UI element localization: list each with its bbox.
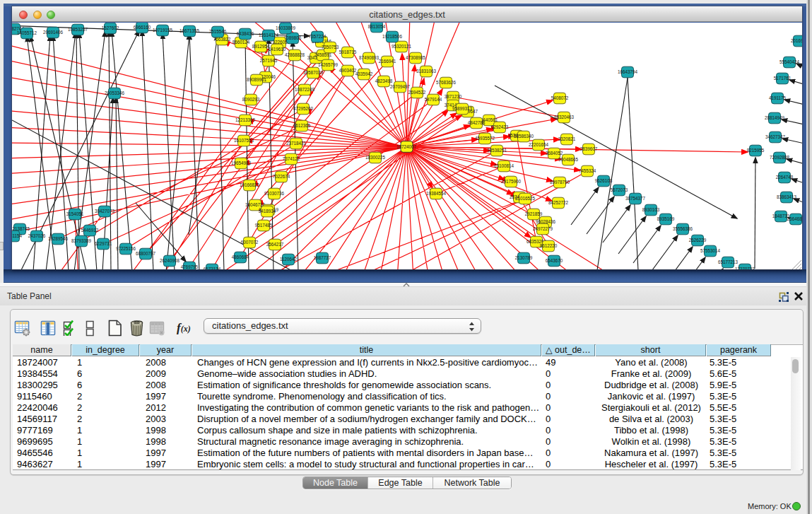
svg-text:26240908: 26240908	[160, 258, 180, 263]
svg-text:90048665: 90048665	[558, 157, 579, 162]
svg-text:5672073: 5672073	[611, 187, 628, 192]
svg-text:4191175: 4191175	[769, 95, 787, 100]
svg-text:5171761: 5171761	[774, 76, 792, 81]
svg-text:3564217: 3564217	[266, 242, 284, 247]
svg-text:22201654: 22201654	[529, 142, 549, 147]
svg-text:2571945: 2571945	[260, 58, 278, 63]
svg-text:19289546: 19289546	[48, 236, 69, 241]
svg-text:63100814: 63100814	[494, 163, 514, 168]
svg-text:7515546: 7515546	[209, 29, 227, 34]
svg-text:16671355: 16671355	[180, 28, 200, 33]
svg-text:20053346: 20053346	[105, 90, 125, 95]
svg-text:3871230: 3871230	[445, 94, 462, 99]
svg-text:6292423: 6292423	[491, 124, 509, 129]
svg-text:34627347: 34627347	[765, 134, 786, 139]
svg-text:20691406: 20691406	[43, 30, 64, 35]
svg-text:81016525: 81016525	[515, 196, 536, 201]
svg-text:7089806: 7089806	[284, 35, 302, 40]
svg-text:16643794: 16643794	[618, 69, 638, 74]
svg-text:97225156: 97225156	[116, 246, 136, 251]
svg-text:88320463: 88320463	[554, 115, 575, 119]
svg-text:8215955: 8215955	[747, 148, 765, 153]
svg-text:65177213: 65177213	[718, 259, 739, 264]
svg-text:6966160: 6966160	[134, 25, 151, 30]
svg-text:83793389: 83793389	[71, 238, 92, 243]
svg-text:12614124: 12614124	[259, 33, 279, 37]
svg-text:19654983: 19654983	[231, 160, 252, 165]
svg-text:17270733: 17270733	[735, 267, 755, 269]
svg-text:95899313: 95899313	[452, 106, 473, 111]
svg-text:10853257: 10853257	[68, 27, 88, 32]
svg-text:39587039: 39587039	[303, 70, 324, 75]
svg-text:57683626: 57683626	[436, 80, 457, 85]
svg-text:5041154: 5041154	[12, 233, 23, 238]
svg-text:19166825: 19166825	[240, 182, 260, 187]
svg-text:5918715: 5918715	[339, 49, 357, 54]
svg-text:87490893: 87490893	[359, 55, 379, 60]
svg-text:14055712: 14055712	[17, 30, 37, 35]
svg-text:4823498: 4823498	[375, 78, 393, 83]
svg-text:2130789: 2130789	[515, 255, 533, 260]
svg-text:6229731: 6229731	[95, 241, 112, 246]
svg-text:47295260: 47295260	[293, 106, 314, 111]
svg-text:42868828: 42868828	[285, 52, 305, 57]
svg-text:16033809: 16033809	[276, 25, 296, 30]
svg-text:6438436: 6438436	[237, 31, 254, 36]
svg-text:8660124: 8660124	[233, 40, 250, 45]
svg-text:1419610: 1419610	[269, 47, 286, 52]
svg-text:1987737: 1987737	[314, 255, 331, 260]
svg-text:2264748: 2264748	[776, 175, 794, 180]
svg-text:55540424: 55540424	[779, 59, 800, 64]
svg-text:84252722: 84252722	[548, 200, 569, 205]
svg-text:5408072: 5408072	[551, 95, 569, 100]
svg-text:7455324: 7455324	[579, 168, 596, 173]
svg-text:8813054: 8813054	[368, 24, 386, 29]
svg-text:4903402: 4903402	[339, 68, 357, 73]
svg-text:2166941: 2166941	[379, 59, 396, 64]
svg-text:35556386: 35556386	[673, 226, 693, 231]
svg-text:2626229: 2626229	[689, 238, 707, 243]
svg-text:18724007: 18724007	[396, 144, 417, 149]
svg-text:19384554: 19384554	[426, 191, 447, 196]
svg-text:5418934: 5418934	[259, 209, 276, 214]
svg-text:20709497: 20709497	[390, 84, 411, 89]
svg-text:8935169: 8935169	[657, 216, 675, 221]
svg-text:10719155: 10719155	[153, 28, 173, 33]
svg-text:7374122: 7374122	[283, 156, 300, 161]
svg-text:2839607: 2839607	[580, 146, 598, 151]
svg-text:16107553: 16107553	[234, 138, 254, 143]
svg-text:29175900: 29175900	[501, 179, 522, 184]
svg-text:3154051: 3154051	[66, 211, 84, 216]
svg-text:31831063: 31831063	[416, 69, 437, 74]
svg-text:2921859: 2921859	[525, 211, 543, 216]
svg-text:4860684: 4860684	[232, 255, 249, 259]
svg-text:68800797: 68800797	[136, 251, 156, 256]
svg-text:89089901: 89089901	[247, 77, 267, 82]
svg-text:89978790: 89978790	[550, 180, 570, 185]
svg-text:9517485: 9517485	[255, 223, 273, 228]
svg-text:3320821: 3320821	[558, 136, 576, 141]
svg-text:4335942: 4335942	[355, 71, 373, 76]
svg-text:91030736: 91030736	[264, 191, 285, 196]
svg-text:38754377: 38754377	[625, 196, 646, 201]
svg-text:6007072: 6007072	[241, 240, 259, 245]
svg-text:45935572: 45935572	[475, 136, 495, 141]
svg-text:7350753: 7350753	[322, 45, 339, 49]
svg-text:2564689: 2564689	[787, 216, 802, 221]
svg-text:95320121: 95320121	[392, 44, 412, 49]
svg-text:24972279: 24972279	[533, 226, 553, 231]
svg-text:1527602: 1527602	[102, 25, 119, 30]
svg-text:8912954: 8912954	[252, 44, 270, 49]
svg-text:38538251: 38538251	[487, 148, 507, 153]
svg-text:6543670: 6543670	[546, 258, 563, 263]
svg-text:2437026: 2437026	[28, 233, 46, 238]
svg-text:18300225: 18300225	[365, 155, 386, 160]
svg-text:47308985: 47308985	[406, 55, 426, 60]
svg-text:10872248: 10872248	[295, 87, 315, 92]
svg-text:19218506: 19218506	[382, 34, 403, 39]
svg-text:72092888: 72092888	[770, 155, 790, 160]
svg-text:14265799: 14265799	[318, 62, 339, 67]
svg-text:83863413: 83863413	[777, 194, 797, 199]
svg-text:7022674: 7022674	[273, 174, 290, 179]
svg-text:2694522: 2694522	[408, 90, 426, 95]
